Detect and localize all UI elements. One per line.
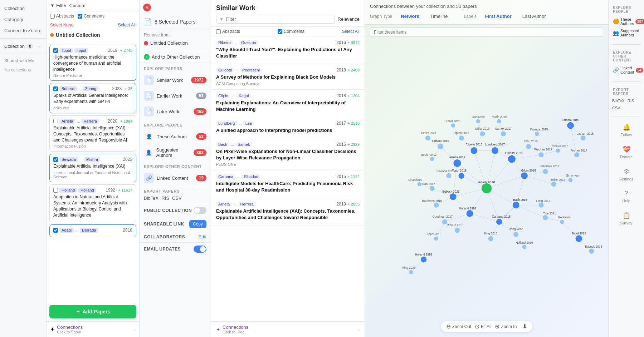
- network-node[interactable]: [434, 237, 438, 241]
- comments-checkbox-label[interactable]: Comments: [78, 14, 104, 19]
- network-node[interactable]: [538, 152, 543, 157]
- sidebar-item-collection[interactable]: Collection: [0, 4, 46, 13]
- custom-button[interactable]: Custom: [69, 3, 86, 8]
- network-node[interactable]: [442, 219, 447, 224]
- tab-timeline[interactable]: Timeline: [426, 12, 453, 21]
- network-node[interactable]: [467, 210, 473, 217]
- list-item[interactable]: Ribeiro ... Guestrin 2016 + 8812 "Why Sh…: [211, 36, 365, 64]
- explore-these-authors[interactable]: 👤 These Authors 53: [140, 129, 211, 144]
- list-item[interactable]: Gilpin ... Kagal 2018 + 1204 Explaining …: [211, 90, 365, 117]
- right-suggested-authors[interactable]: 👥 Suggested Authors: [611, 27, 641, 39]
- table-row[interactable]: Bubeck ... Zhang 2023 + 35 Sparks of Art…: [49, 83, 136, 113]
- select-all-button[interactable]: Select All: [118, 23, 136, 28]
- right-ris-button[interactable]: RIS: [627, 98, 635, 104]
- network-node[interactable]: [569, 178, 573, 182]
- network-node[interactable]: [543, 169, 548, 174]
- list-item[interactable]: Caruana ... Elhadad 2015 + 1124 Intellig…: [211, 170, 365, 198]
- network-node[interactable]: [438, 144, 443, 149]
- sw-comments-checkbox[interactable]: [278, 29, 282, 34]
- sw-abstracts-checkbox[interactable]: [216, 29, 221, 34]
- right-linked-content[interactable]: 🔗 Linked Content 94: [611, 64, 641, 76]
- filter-button[interactable]: ▼ Filter: [50, 3, 67, 8]
- network-node[interactable]: [513, 232, 518, 237]
- paper-checkbox[interactable]: [53, 228, 58, 233]
- explore-later-work[interactable]: 📄 Later Work 465: [140, 104, 211, 119]
- network-node[interactable]: [450, 193, 457, 200]
- explore-earlier-work[interactable]: 📄 Earlier Work 51: [140, 88, 211, 104]
- network-node[interactable]: [513, 202, 519, 209]
- zoom-in-button[interactable]: ⊕ Zoom In: [495, 323, 517, 330]
- network-node[interactable]: [430, 157, 434, 161]
- list-item[interactable]: Lundberg ... Lee 2017 + 2516 A unified a…: [211, 117, 365, 138]
- network-node[interactable]: [556, 149, 560, 153]
- survey-button[interactable]: 📋 Survey: [609, 208, 644, 229]
- abstracts-label[interactable]: Abstracts: [216, 29, 240, 34]
- network-node[interactable]: [446, 173, 451, 178]
- abstracts-checkbox-label[interactable]: Abstracts: [50, 14, 74, 19]
- download-button[interactable]: ⬇: [522, 323, 527, 330]
- paper-checkbox[interactable]: [53, 48, 58, 53]
- network-node[interactable]: [508, 155, 516, 163]
- comments-checkbox[interactable]: [78, 14, 82, 19]
- network-node[interactable]: [526, 144, 531, 149]
- network-node[interactable]: [488, 236, 493, 241]
- list-item[interactable]: Bach ... Samek 2015 + 2929 On Pixel-Wise…: [211, 138, 365, 170]
- network-node[interactable]: [497, 119, 501, 124]
- sidebar-collection-name[interactable]: Collection: [4, 44, 25, 49]
- connections-footer[interactable]: ✦ Connections Click to Show ›: [47, 321, 139, 337]
- relevance-button[interactable]: Relevance: [338, 16, 360, 22]
- network-node[interactable]: [453, 159, 461, 167]
- tab-network[interactable]: Network: [396, 12, 423, 21]
- network-node[interactable]: [459, 135, 464, 140]
- network-node[interactable]: [425, 135, 430, 140]
- network-node[interactable]: [522, 245, 527, 249]
- network-node[interactable]: [492, 147, 498, 154]
- similar-work-filter-input[interactable]: [226, 16, 332, 22]
- network-node[interactable]: [574, 152, 579, 157]
- table-row[interactable]: Adadi ... Berrada 2018: [49, 224, 136, 237]
- settings-button[interactable]: ⚙ Settings: [609, 164, 644, 185]
- csv-button[interactable]: CSV: [172, 195, 182, 201]
- right-bibtex-button[interactable]: BibTeX: [611, 98, 625, 104]
- comments-label[interactable]: Comments: [278, 29, 304, 34]
- sw-connections-footer[interactable]: ✦ Connections Click to Hide ›: [211, 321, 365, 337]
- table-row[interactable]: Sewada ... Mishra 2023 Explainable Artif…: [49, 154, 136, 182]
- network-node[interactable]: [451, 123, 455, 128]
- sidebar-collection-dots[interactable]: ···: [37, 43, 42, 49]
- network-node[interactable]: [458, 173, 464, 179]
- sw-select-all-button[interactable]: Select All: [342, 29, 360, 34]
- help-button[interactable]: ? Help: [609, 186, 644, 207]
- network-node[interactable]: [496, 219, 502, 225]
- ris-button[interactable]: RIS: [161, 195, 169, 201]
- network-node[interactable]: [430, 186, 435, 191]
- table-row[interactable]: Holland Holland 1992 + 11617 Adaptation …: [49, 184, 136, 222]
- copy-button[interactable]: Copy: [189, 220, 206, 228]
- network-node[interactable]: [470, 147, 477, 154]
- network-node[interactable]: [521, 172, 528, 179]
- follow-button[interactable]: 🔔 Follow: [609, 120, 644, 140]
- paper-checkbox[interactable]: [53, 157, 58, 162]
- close-button[interactable]: ✕: [143, 4, 151, 11]
- network-node[interactable]: [418, 182, 422, 186]
- tab-last-author[interactable]: Last Author: [518, 12, 550, 20]
- add-to-other-collection-button[interactable]: ＋ Add to Other Collection: [140, 51, 211, 63]
- public-toggle[interactable]: [194, 207, 206, 214]
- paper-checkbox[interactable]: [53, 119, 58, 123]
- tab-first-author[interactable]: First Author: [481, 12, 516, 20]
- explore-suggested-authors[interactable]: 👤 Suggested Authors 803: [140, 144, 211, 161]
- node-center[interactable]: [482, 183, 492, 193]
- zoom-out-button[interactable]: ⊖ Zoom Out: [446, 323, 471, 330]
- explore-linked-content[interactable]: 🔗 Linked Content 19: [140, 170, 211, 186]
- filter-network-input[interactable]: [370, 28, 603, 37]
- paper-checkbox[interactable]: [53, 188, 58, 193]
- donate-button[interactable]: 💝 Donate: [609, 142, 644, 163]
- fit-all-button[interactable]: ⊙ Fit All: [475, 323, 491, 330]
- network-node[interactable]: [551, 182, 556, 187]
- email-updates-toggle[interactable]: [194, 246, 206, 253]
- network-node[interactable]: [455, 228, 460, 233]
- sidebar-item-connect-zotero[interactable]: Connect to Zotero: [0, 26, 46, 35]
- paper-checkbox[interactable]: [53, 86, 58, 91]
- network-node[interactable]: [434, 203, 439, 208]
- network-node[interactable]: [480, 132, 485, 137]
- select-none-button[interactable]: Select None: [50, 23, 73, 28]
